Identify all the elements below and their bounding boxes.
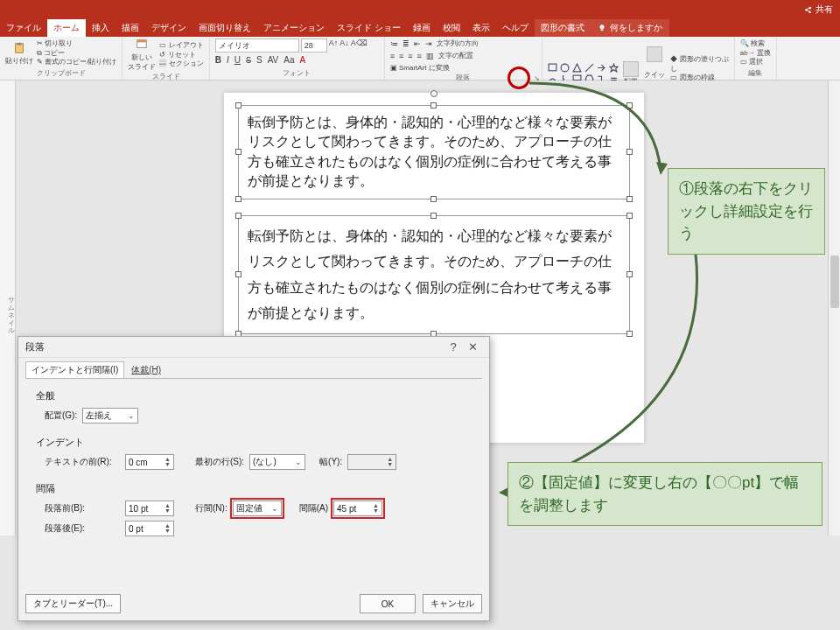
- strike-icon[interactable]: S̶: [246, 55, 251, 65]
- align-center-icon[interactable]: ≡: [399, 52, 403, 60]
- tab-home[interactable]: ホーム: [47, 19, 86, 37]
- numbering-icon[interactable]: ≣: [402, 39, 410, 48]
- decrease-font-icon[interactable]: A↓: [340, 38, 349, 52]
- shape-circle-icon[interactable]: [560, 63, 570, 73]
- help-icon[interactable]: ?: [444, 340, 463, 354]
- italic-icon[interactable]: I: [227, 55, 229, 65]
- resize-handle[interactable]: [626, 102, 633, 108]
- text-box-2-content[interactable]: 転倒予防とは、身体的・認知的・心理的など様々な要素がリスクとして関わってきます。…: [248, 223, 620, 326]
- quick-styles-icon[interactable]: [647, 46, 662, 62]
- alignment-select[interactable]: 左揃え: [82, 408, 138, 424]
- dialog-title: 段落: [25, 340, 45, 354]
- tab-record[interactable]: 録画: [407, 19, 437, 37]
- shape-rect-icon[interactable]: [548, 63, 557, 73]
- underline-icon[interactable]: U: [234, 55, 241, 65]
- tab-view[interactable]: 表示: [466, 19, 496, 37]
- tab-animations[interactable]: アニメーション: [257, 19, 331, 37]
- resize-handle[interactable]: [626, 196, 633, 202]
- text-direction-button[interactable]: 文字列の方向: [437, 38, 479, 48]
- shadow-icon[interactable]: S: [256, 55, 262, 65]
- align-right-icon[interactable]: ≡: [408, 52, 412, 60]
- tabs-button[interactable]: タブとリーダー(T)...: [25, 594, 121, 613]
- resize-handle[interactable]: [235, 196, 242, 202]
- smartart-button[interactable]: ▣ SmartArt に変換: [390, 63, 450, 73]
- text-box-1-content[interactable]: 転倒予防とは、身体的・認知的・心理的など様々な要素がリスクとして関わってきます。…: [248, 113, 620, 192]
- cancel-button[interactable]: キャンセル: [423, 594, 482, 613]
- vertical-scrollbar[interactable]: [828, 80, 840, 536]
- resize-handle[interactable]: [235, 213, 242, 219]
- close-icon[interactable]: ✕: [463, 340, 482, 354]
- paste-label[interactable]: 貼り付け: [5, 56, 33, 66]
- case-icon[interactable]: Aa: [284, 55, 294, 65]
- justify-icon[interactable]: ≡: [417, 52, 422, 60]
- tab-draw[interactable]: 描画: [116, 19, 145, 37]
- spacing-icon[interactable]: AV: [268, 55, 279, 65]
- font-size-combo[interactable]: 28: [301, 38, 327, 52]
- ok-button[interactable]: OK: [360, 594, 416, 613]
- shape-arrow-icon[interactable]: [597, 63, 606, 73]
- font-color-icon[interactable]: A: [299, 55, 305, 65]
- tab-design[interactable]: デザイン: [145, 19, 192, 37]
- section-button[interactable]: ▤ セクション: [159, 60, 203, 68]
- tab-help[interactable]: ヘルプ: [496, 19, 535, 37]
- tab-format[interactable]: 図形の書式: [535, 19, 591, 37]
- dialog-tab-indent[interactable]: インデントと行間隔(I): [25, 361, 124, 378]
- bold-icon[interactable]: B: [215, 55, 221, 65]
- rotate-handle[interactable]: [430, 90, 438, 97]
- tab-slideshow[interactable]: スライド ショー: [331, 19, 407, 37]
- indent-decrease-icon[interactable]: ⇤: [414, 39, 421, 48]
- space-after-spinner[interactable]: 0 pt▲▼: [125, 521, 174, 536]
- dialog-tab-asian[interactable]: 体裁(H): [126, 362, 166, 378]
- line-spacing-at-spinner[interactable]: 45 pt▲▼: [333, 500, 382, 516]
- shape-star-icon[interactable]: [609, 63, 619, 73]
- shape-fill-button[interactable]: ◆ 図形の塗りつぶし: [670, 55, 728, 74]
- reset-button[interactable]: ↺ リセット: [159, 51, 203, 60]
- resize-handle[interactable]: [626, 331, 633, 337]
- resize-handle[interactable]: [626, 213, 633, 219]
- group-paragraph: ≔ ≣ ⇤ ⇥ 文字列の方向 ≡ ≡ ≡ ≡ ▥ 文字の配置 ▣ SmartAr…: [385, 37, 542, 80]
- paste-icon[interactable]: [13, 42, 25, 54]
- indent-before-spinner[interactable]: 0 cm▲▼: [125, 454, 174, 470]
- shape-line-icon[interactable]: [584, 63, 594, 73]
- tab-insert[interactable]: 挿入: [86, 19, 116, 37]
- font-name-combo[interactable]: メイリオ: [215, 38, 299, 52]
- text-box-2[interactable]: 転倒予防とは、身体的・認知的・心理的など様々な要素がリスクとして関わってきます。…: [238, 215, 630, 334]
- space-before-spinner[interactable]: 10 pt▲▼: [125, 500, 174, 516]
- resize-handle[interactable]: [235, 102, 242, 108]
- resize-handle[interactable]: [235, 149, 242, 155]
- copy-button[interactable]: ⧉ コピー: [37, 49, 116, 58]
- align-left-icon[interactable]: ≡: [390, 52, 395, 60]
- layout-button[interactable]: ▭ レイアウト: [159, 41, 203, 50]
- replace-button[interactable]: ab→ 置換: [740, 49, 771, 58]
- clear-formatting-icon[interactable]: A⌫: [351, 38, 368, 52]
- new-slide-label[interactable]: 新しい スライド: [128, 52, 156, 72]
- share-button[interactable]: 共有: [804, 4, 833, 16]
- resize-handle[interactable]: [430, 213, 437, 219]
- tab-file[interactable]: ファイル: [0, 19, 47, 37]
- first-line-select[interactable]: (なし): [249, 454, 305, 470]
- tell-me-input[interactable]: 何をしますか: [591, 19, 669, 37]
- tab-review[interactable]: 校閲: [437, 19, 466, 37]
- resize-handle[interactable]: [626, 149, 633, 155]
- new-slide-icon[interactable]: [136, 38, 148, 51]
- cut-button[interactable]: ✂ 切り取り: [37, 39, 116, 48]
- increase-font-icon[interactable]: A↑: [329, 38, 339, 52]
- resize-handle[interactable]: [626, 271, 633, 277]
- text-align-button[interactable]: 文字の配置: [438, 51, 473, 60]
- thumbnail-rail[interactable]: サムネイル: [0, 80, 16, 536]
- line-spacing-select[interactable]: 固定値: [233, 500, 282, 516]
- indent-increase-icon[interactable]: ⇥: [425, 39, 432, 48]
- format-painter-button[interactable]: ✎ 書式のコピー/貼り付け: [37, 58, 116, 66]
- columns-icon[interactable]: ▥: [426, 52, 434, 60]
- scrollbar-thumb[interactable]: [830, 256, 839, 308]
- resize-handle[interactable]: [430, 102, 437, 108]
- text-box-1[interactable]: 転倒予防とは、身体的・認知的・心理的など様々な要素がリスクとして関わってきます。…: [238, 105, 630, 200]
- bullets-icon[interactable]: ≔: [390, 39, 398, 48]
- resize-handle[interactable]: [235, 271, 242, 277]
- select-button[interactable]: ▭ 選択: [740, 58, 771, 66]
- resize-handle[interactable]: [430, 196, 437, 202]
- find-button[interactable]: 🔍 検索: [740, 39, 771, 48]
- tab-transitions[interactable]: 画面切り替え: [192, 19, 257, 37]
- arrange-icon[interactable]: [623, 61, 639, 77]
- shape-triangle-icon[interactable]: [572, 63, 582, 73]
